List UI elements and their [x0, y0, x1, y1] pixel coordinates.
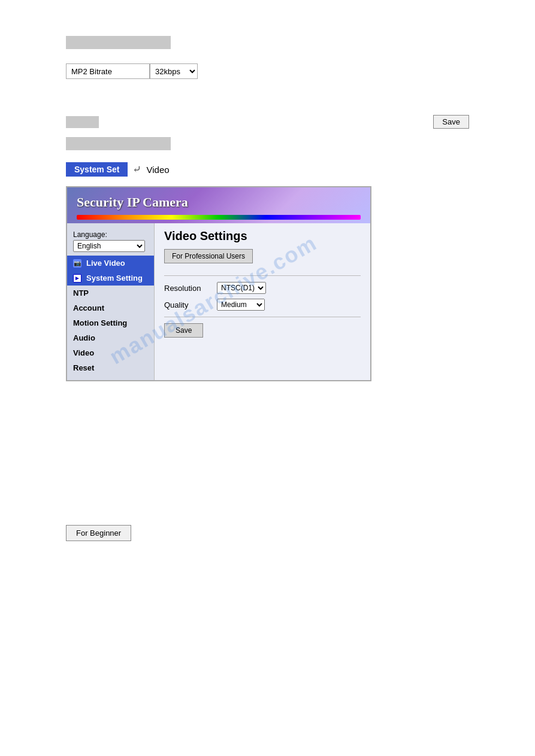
system-setting-label: System Setting [86, 274, 143, 283]
ntp-label: NTP [73, 289, 89, 297]
sidebar-item-ntp[interactable]: NTP [67, 286, 154, 300]
sidebar-item-system-setting[interactable]: ► System Setting [67, 271, 154, 286]
language-row: Language: English [67, 228, 154, 256]
sidebar-item-video[interactable]: Video [67, 345, 154, 360]
mp2-bitrate-label: MP2 Bitrate [66, 63, 150, 79]
save-button[interactable]: Save [433, 115, 469, 129]
for-beginner-section: For Beginner [66, 525, 469, 541]
camera-content: Video Settings For Professional Users Re… [154, 223, 370, 380]
camera-panel: Security IP Camera Language: English 📷 L… [66, 186, 371, 381]
mp2-bitrate-row: MP2 Bitrate 32kbps 64kbps 128kbps 256kbp… [66, 63, 469, 79]
motion-setting-label: Motion Setting [73, 318, 127, 327]
sidebar-item-reset[interactable]: Reset [67, 360, 154, 375]
mp2-bitrate-select[interactable]: 32kbps 64kbps 128kbps 256kbps [150, 63, 198, 79]
language-label: Language: [73, 230, 148, 239]
bottom-gray-bar [66, 137, 171, 150]
breadcrumb-video: Video [146, 165, 169, 175]
sidebar-item-account[interactable]: Account [67, 300, 154, 315]
camera-header-title: Security IP Camera [77, 195, 361, 210]
camera-body: Language: English 📷 Live Video ► System … [67, 223, 370, 380]
audio-label: Audio [73, 333, 95, 342]
resolution-label: Resolution [164, 284, 212, 293]
camera-header: Security IP Camera [67, 187, 370, 223]
breadcrumb-system-set[interactable]: System Set [66, 162, 128, 177]
video-label: Video [73, 348, 94, 357]
reset-label: Reset [73, 363, 94, 372]
quality-row: Quality Low Medium High [164, 299, 361, 311]
breadcrumb-arrow-icon: ⤶ [132, 163, 141, 176]
live-video-label: Live Video [86, 259, 125, 268]
sidebar-item-audio[interactable]: Audio [67, 330, 154, 345]
divider-top [164, 275, 361, 276]
camera-rainbow [77, 215, 361, 220]
camera-sidebar: Language: English 📷 Live Video ► System … [67, 223, 154, 380]
save-row: Save [66, 115, 469, 129]
breadcrumb: System Set ⤶ Video [66, 162, 469, 177]
camera-icon: 📷 [73, 259, 81, 268]
arrow-icon: ► [73, 274, 81, 283]
quality-label: Quality [164, 300, 212, 309]
video-settings-title: Video Settings [164, 229, 361, 243]
for-professional-users-button[interactable]: For Professional Users [164, 249, 253, 263]
for-beginner-button[interactable]: For Beginner [66, 525, 131, 541]
resolution-select[interactable]: NTSC(D1) PAL(D1) 720p 1080p [217, 282, 266, 294]
language-select[interactable]: English [73, 240, 145, 252]
quality-select[interactable]: Low Medium High [217, 299, 265, 311]
resolution-row: Resolution NTSC(D1) PAL(D1) 720p 1080p [164, 282, 361, 294]
sidebar-item-motion-setting[interactable]: Motion Setting [67, 315, 154, 330]
content-save-button[interactable]: Save [164, 323, 203, 338]
top-gray-bar [66, 36, 171, 49]
small-gray-bar [66, 116, 99, 128]
sidebar-item-live-video[interactable]: 📷 Live Video [67, 256, 154, 271]
divider-bottom [164, 317, 361, 317]
account-label: Account [73, 303, 104, 312]
